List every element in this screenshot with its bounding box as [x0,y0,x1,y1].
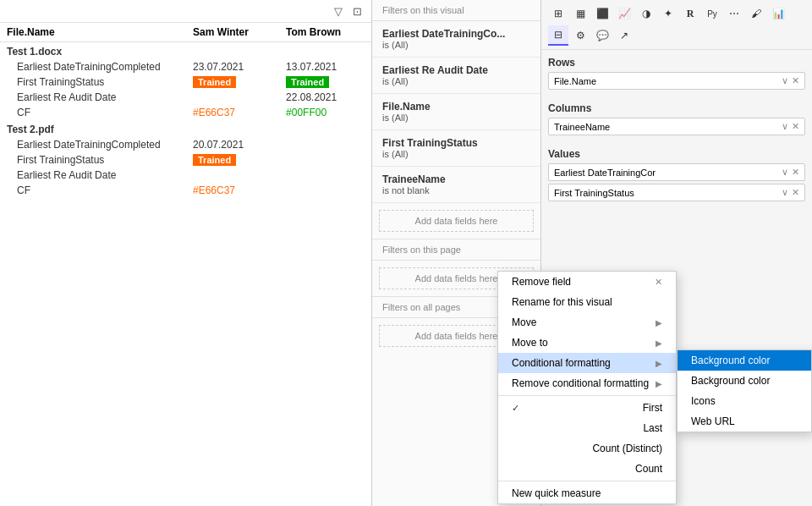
viz-btn-line[interactable]: 📈 [614,3,634,24]
values-field-text-2: First TrainingStatus [554,188,782,198]
check-placeholder: ✓ [512,423,519,434]
viz-btn-col[interactable]: ⬛ [592,3,612,24]
menu-item-last[interactable]: ✓ Last [498,418,676,438]
viz-btn-settings[interactable]: ⚙ [570,25,590,46]
submenu-item-bg-color[interactable]: Background color [678,371,811,391]
viz-btn-more[interactable]: ⋯ [724,3,744,24]
viz-btn-share[interactable]: ↗ [614,25,634,46]
menu-item-conditional-formatting[interactable]: Conditional formatting ▶ [498,353,676,373]
viz-btn-format[interactable]: 🖌 [746,3,766,24]
menu-item-count-distinct[interactable]: ✓ Count (Distinct) [498,438,676,459]
filter-item: Earliest DateTrainingCo... is (All) [372,21,540,58]
submenu-item-web-url[interactable]: Web URL [678,411,811,432]
field-config: Rows File.Name ∨ ✕ Columns TraineeName ∨… [541,50,812,211]
values-field-icons-1: ∨ ✕ [782,167,799,178]
values-section: Values Earliest DateTrainingCor ∨ ✕ Firs… [548,148,805,204]
viz-btn-analytics[interactable]: 📊 [768,3,788,24]
submenu-item-label: Icons [691,395,716,407]
menu-item-label: Count [635,463,662,475]
cell-value [279,183,371,198]
check-placeholder: ✓ [512,464,519,475]
rows-section: Rows File.Name ∨ ✕ [548,57,805,92]
menu-item-rename[interactable]: Rename for this visual [498,292,676,312]
menu-item-label: Move to [512,337,548,349]
cell-value [279,168,371,183]
menu-item-label: Remove conditional formatting [512,377,649,389]
cell-value [186,168,279,183]
dropdown-icon[interactable]: ∨ [782,167,788,178]
field-name: CF [0,183,186,198]
submenu-item-label: Web URL [691,415,735,427]
app-wrapper: ▽ ⊡ File.Name Sam Winter Tom Brown Test … [0,0,812,506]
submenu-item-bg-color-active[interactable]: Background color [678,350,811,371]
field-name: First TrainingStatus [0,152,186,168]
menu-item-count[interactable]: ✓ Count [498,459,676,479]
viz-btn-scatter[interactable]: ✦ [658,3,678,24]
columns-section: Columns TraineeName ∨ ✕ [548,102,805,138]
filter-field-value: is (All) [382,149,530,159]
submenu-item-icons[interactable]: Icons [678,391,811,411]
col-tom: Tom Brown [279,23,371,42]
filter-field-value: is (All) [382,113,530,123]
visual-filters-label: Filters on this visual [372,0,540,21]
menu-item-label: Rename for this visual [512,296,612,308]
submenu-item-label: Background color [691,355,770,366]
menu-item-remove-conditional[interactable]: Remove conditional formatting ▶ [498,373,676,393]
submenu-arrow-icon: ▶ [656,338,662,348]
close-icon[interactable]: ✕ [792,167,799,178]
hash-value: #E66C37 [193,107,235,118]
table-row: Earliest DateTrainingCompleted 20.07.202… [0,137,371,152]
viz-btn-r[interactable]: R [680,3,700,24]
expand-icon[interactable]: ⊡ [349,3,365,19]
rows-field-text: File.Name [554,76,782,86]
viz-btn-chat[interactable]: 💬 [592,25,612,46]
columns-field-pill[interactable]: TraineeName ∨ ✕ [548,118,805,135]
close-icon[interactable]: ✕ [792,75,799,86]
cell-value: #E66C37 [186,183,279,198]
table-row: First TrainingStatus Trained Trained [0,74,371,90]
viz-btn-table[interactable]: ⊞ [548,3,568,24]
values-field-pill-1[interactable]: Earliest DateTrainingCor ∨ ✕ [548,163,805,181]
filter-item: First TrainingStatus is (All) [372,130,540,167]
dropdown-icon[interactable]: ∨ [782,187,788,198]
filter-icon[interactable]: ▽ [331,3,346,19]
cell-value [279,137,371,152]
menu-close-icon: ✕ [655,277,662,288]
menu-item-first[interactable]: ✓ First [498,398,676,418]
viz-btn-fields[interactable]: ⊟ [548,25,568,46]
rows-field-icons: ∨ ✕ [782,75,799,86]
viz-btn-py[interactable]: Py [702,3,722,24]
table-toolbar: ▽ ⊡ [0,0,371,23]
dropdown-icon[interactable]: ∨ [782,75,788,86]
table-row: CF #E66C37 [0,183,371,198]
submenu-arrow-icon: ▶ [656,318,662,327]
close-icon[interactable]: ✕ [792,121,799,132]
filter-item: TraineeName is not blank [372,167,540,203]
context-menu: Remove field ✕ Rename for this visual Mo… [497,271,677,504]
rows-field-pill[interactable]: File.Name ∨ ✕ [548,72,805,90]
viz-btn-bar[interactable]: ▦ [570,3,590,24]
cell-badge-green: Trained [279,74,371,90]
table-row: Test 2.pdf [0,120,371,137]
menu-separator [498,481,676,481]
menu-item-move[interactable]: Move ▶ [498,312,676,333]
table-row: Earliest DateTrainingCompleted 23.07.202… [0,59,371,74]
menu-item-move-to[interactable]: Move to ▶ [498,333,676,353]
conditional-formatting-submenu: Background color Background color Icons … [677,349,812,432]
filter-item: File.Name is (All) [372,94,540,130]
close-icon[interactable]: ✕ [792,187,799,198]
cell-value: 23.07.2021 [186,59,279,74]
menu-item-label: Conditional formatting [512,357,611,369]
menu-item-new-quick-measure[interactable]: New quick measure [498,483,676,503]
add-visual-fields-button[interactable]: Add data fields here [379,210,534,232]
values-field-pill-2[interactable]: First TrainingStatus ∨ ✕ [548,184,805,201]
columns-field-text: TraineeName [554,122,782,132]
viz-toolbar: ⊞ ▦ ⬛ 📈 ◑ ✦ R Py ⋯ 🖌 📊 ⊟ ⚙ 💬 ↗ [541,0,812,50]
field-name: Earliest DateTrainingCompleted [0,137,186,152]
cell-value [279,152,371,168]
viz-btn-pie[interactable]: ◑ [636,3,656,24]
menu-item-remove-field[interactable]: Remove field ✕ [498,272,676,292]
dropdown-icon[interactable]: ∨ [782,121,788,132]
field-name: CF [0,105,186,120]
table-row: Earliest Re Audit Date [0,168,371,183]
